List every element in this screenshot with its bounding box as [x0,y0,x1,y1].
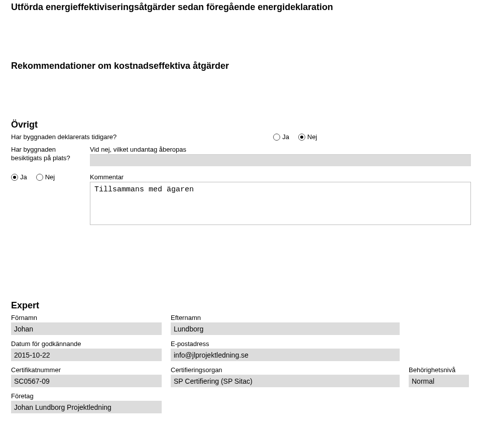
radio-icon [273,134,280,141]
undantag-label: Vid nej, vilket undantag åberopas [90,146,471,154]
niva-label: Behörighetsnivå [409,366,469,375]
radio-ja-label: Ja [20,173,27,182]
epost-value: info@jlprojektledning.se [171,349,400,361]
foretag-value: Johan Lundborg Projektledning [11,401,162,413]
deklarerats-nej-option[interactable]: Nej [298,133,317,141]
besiktigats-question: Har byggnaden besiktigats på plats? [11,146,84,163]
besiktigats-ja-option[interactable]: Ja [11,173,27,182]
radio-nej-label: Nej [45,173,55,182]
efternamn-label: Efternamn [171,314,400,322]
foretag-label: Företag [11,392,162,401]
radio-icon [36,174,43,181]
undantag-input[interactable] [90,154,471,166]
radio-icon [298,134,305,141]
efternamn-value: Lundborg [171,322,400,335]
section-heading-rekommendationer: Rekommendationer om kostnadseffektiva åt… [11,61,471,71]
cert-value: SC0567-09 [11,375,162,387]
niva-value: Normal [409,375,469,387]
deklarerats-question: Har byggnaden deklarerats tidigare? [11,133,116,141]
radio-nej-label: Nej [307,133,317,141]
cert-label: Certifikatnummer [11,366,162,375]
kommentar-label: Kommentar [90,173,471,182]
radio-ja-label: Ja [282,133,289,141]
epost-label: E-postadress [171,340,400,349]
certorg-value: SP Certifiering (SP Sitac) [171,375,400,387]
certorg-label: Certifieringsorgan [171,366,400,375]
radio-icon [11,174,18,181]
section-heading-expert: Expert [11,300,471,311]
section-heading-atgarder: Utförda energieffektiviseringsåtgärder s… [11,2,471,13]
datum-value: 2015-10-22 [11,349,162,361]
deklarerats-ja-option[interactable]: Ja [273,133,289,141]
section-heading-ovrigt: Övrigt [11,120,471,130]
besiktigats-nej-option[interactable]: Nej [36,173,55,182]
fornamn-label: Förnamn [11,314,162,322]
fornamn-value: Johan [11,322,162,335]
datum-label: Datum för godkännande [11,340,162,349]
kommentar-input[interactable]: Tillsammans med ägaren [90,182,471,225]
